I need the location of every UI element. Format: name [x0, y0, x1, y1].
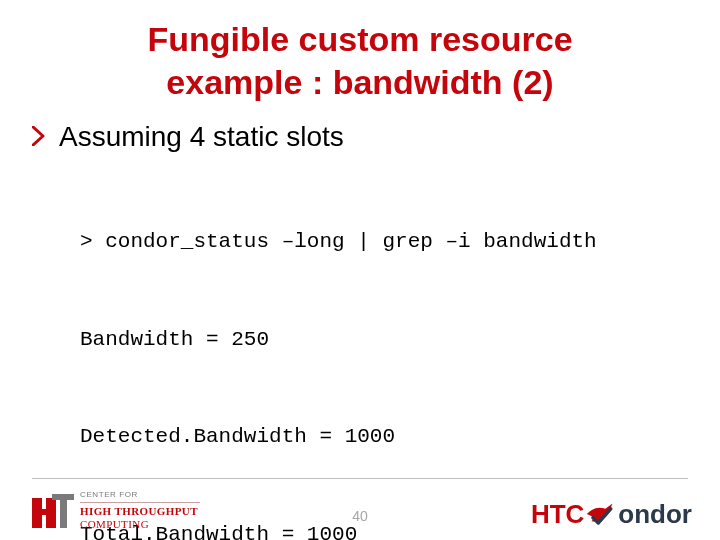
- logo-text-ondor: ondor: [618, 499, 692, 530]
- bullet-text: Assuming 4 static slots: [59, 121, 344, 153]
- terminal-line: Bandwidth = 250: [80, 324, 688, 357]
- divider: [80, 502, 200, 503]
- slide-title: Fungible custom resource example : bandw…: [0, 0, 720, 111]
- logo-htcondor: HTC ondor: [531, 499, 692, 530]
- footer: CENTER FOR HIGH THROUGHPUT COMPUTING 40 …: [0, 478, 720, 540]
- divider: [32, 478, 688, 479]
- slide-body: Assuming 4 static slots > condor_status …: [0, 111, 720, 540]
- terminal-line: > condor_status –long | grep –i bandwidt…: [80, 226, 688, 259]
- logo-text-ht: HTC: [531, 499, 584, 530]
- logo-line: CENTER FOR: [80, 490, 200, 500]
- title-line-1: Fungible custom resource: [147, 20, 572, 58]
- slide: Fungible custom resource example : bandw…: [0, 0, 720, 540]
- chevron-right-icon: [32, 126, 45, 150]
- terminal-line: Detected.Bandwidth = 1000: [80, 421, 688, 454]
- title-line-2: example : bandwidth (2): [166, 63, 553, 101]
- bullet-item: Assuming 4 static slots: [32, 121, 688, 153]
- bird-check-icon: [586, 500, 616, 530]
